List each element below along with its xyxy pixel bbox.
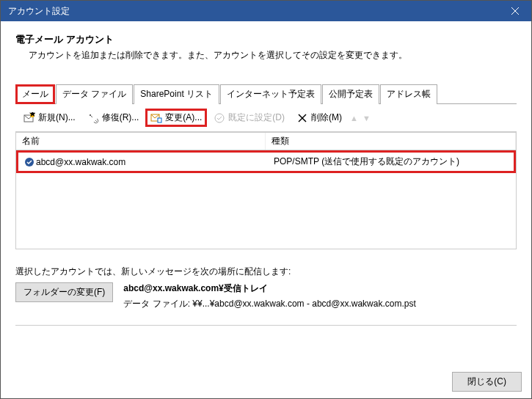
close-button[interactable]: 閉じる(C) [452,372,522,392]
window-title: アカウント設定 [8,5,70,18]
change-folder-button[interactable]: フォルダーの変更(F) [15,282,113,302]
change-button-label: 変更(A)... [165,111,202,124]
delete-icon [296,112,308,124]
header-title: 電子メール アカウント [15,33,517,46]
new-button[interactable]: ★ 新規(N)... [18,109,81,127]
repair-button[interactable]: 修復(R)... [82,109,145,127]
repair-icon [87,112,99,124]
delivery-path: abcd@xx.wakwak.com¥受信トレイ [123,282,415,295]
svg-point-7 [215,114,224,122]
separator [15,325,517,326]
account-type: POP/SMTP (送信で使用する既定のアカウント) [271,154,511,169]
tab-data-file[interactable]: データ ファイル [56,84,133,104]
svg-rect-6 [158,118,161,122]
titlebar: アカウント設定 [1,1,531,21]
change-button[interactable]: 変更(A)... [145,109,207,127]
tab-sharepoint[interactable]: SharePoint リスト [134,84,219,104]
toolbar: ★ 新規(N)... 修復(R)... 変更(A)... 既定に設定(D) 削除… [15,104,517,132]
tab-address-book[interactable]: アドレス帳 [380,84,437,104]
change-icon [150,112,162,124]
default-account-icon [24,157,34,167]
close-icon [511,7,519,15]
column-name[interactable]: 名前 [16,133,266,150]
delivery-label: 選択したアカウントでは、新しいメッセージを次の場所に配信します: [15,266,517,278]
repair-button-label: 修復(R)... [102,111,139,124]
tab-strip: メール データ ファイル SharePoint リスト インターネット予定表 公… [15,84,517,104]
move-down-icon: ▼ [361,114,372,122]
account-name: abcd@xx.wakwak.com [36,157,125,167]
check-circle-icon [214,112,225,124]
move-up-icon: ▲ [349,114,360,122]
column-type[interactable]: 種類 [266,133,516,150]
new-button-label: 新規(N)... [38,111,76,124]
tab-mail[interactable]: メール [15,84,55,104]
tab-internet-calendar[interactable]: インターネット予定表 [220,84,321,104]
set-default-button: 既定に設定(D) [208,109,290,127]
window-close-button[interactable] [498,1,531,21]
set-default-button-label: 既定に設定(D) [228,111,285,124]
tab-published-calendar[interactable]: 公開予定表 [322,84,379,104]
delivery-section: 選択したアカウントでは、新しいメッセージを次の場所に配信します: フォルダーの変… [15,266,517,310]
delete-button[interactable]: 削除(M) [291,109,347,127]
header-description: アカウントを追加または削除できます。また、アカウントを選択してその設定を変更でき… [15,49,517,62]
delivery-file: データ ファイル: ¥¥...¥abcd@xx.wakwak.com - abc… [123,298,415,310]
dialog-header: 電子メール アカウント アカウントを追加または削除できます。また、アカウントを選… [1,21,531,69]
new-mail-icon: ★ [23,112,35,124]
account-row[interactable]: abcd@xx.wakwak.com POP/SMTP (送信で使用する既定のア… [16,150,516,173]
svg-text:★: ★ [29,112,36,119]
delete-button-label: 削除(M) [311,111,342,124]
account-list[interactable]: 名前 種類 abcd@xx.wakwak.com POP/SMTP (送信で使用… [15,132,517,249]
list-header: 名前 種類 [16,133,516,150]
